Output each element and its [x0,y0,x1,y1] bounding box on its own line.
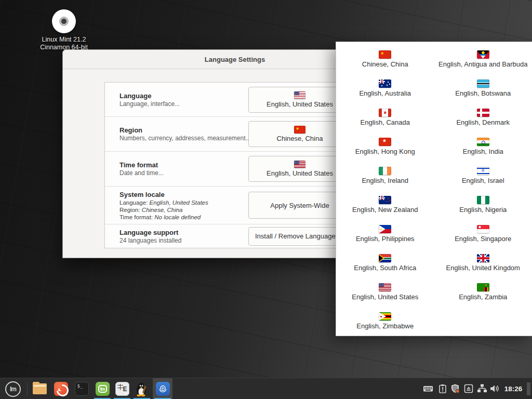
sg-flag-icon [477,225,489,233]
language-option-label: English, Israel [462,177,504,184]
window-button-mint-app[interactable]: lm [92,378,112,399]
cn-flag-icon [294,126,305,134]
gb-flag-icon [477,254,489,262]
time-format-select-label: English, United States [267,169,333,177]
language-option-label: English, Antigua and Barbuda [438,60,527,68]
volume-icon[interactable] [489,383,500,394]
language-option-label: English, India [463,148,503,155]
ph-flag-icon [379,225,391,233]
network-icon[interactable] [477,383,487,394]
za-flag-icon [379,254,391,262]
language-option[interactable]: English, India [434,132,532,161]
language-option[interactable]: English, Zambia [434,277,532,307]
show-desktop-button[interactable] [527,382,530,395]
zw-flag-icon [379,312,391,321]
desktop-shortcut-linux-mint[interactable]: Linux Mint 21.2 Cinnamon 64-bit [39,9,89,51]
folder-icon [33,383,47,394]
language-option-label: English, Singapore [455,235,511,243]
bw-flag-icon [477,79,489,88]
system-locale-region: Region: Chinese, China [119,206,208,214]
row-time-format-subtitle: Date and time... [119,169,164,177]
row-time-format: Time format Date and time... English, Un… [105,152,366,187]
language-option-label: English, Nigeria [459,206,507,214]
language-option-label: English, United States [352,293,418,301]
row-system-locale-title: System locale [119,190,208,199]
us-flag-icon [379,283,391,291]
language-option[interactable]: English, Nigeria [434,190,532,219]
files-launcher[interactable] [30,378,49,399]
row-language-support-title: Language support [119,228,181,237]
in-flag-icon [477,138,489,146]
dk-flag-icon [477,109,489,117]
language-option[interactable]: English, United States [336,277,434,307]
window-button-language-settings[interactable] [153,378,172,399]
language-picker-popup: Chinese, China English, Antigua and Barb… [336,42,532,336]
language-option[interactable]: English, Botswana [434,74,532,103]
language-option[interactable]: English, Antigua and Barbuda [434,45,532,74]
language-option[interactable]: English, Ireland [336,161,434,190]
row-language-title: Language [119,91,180,100]
mint-logo-icon: lm [96,382,110,396]
row-region-title: Region [119,126,251,135]
mint-menu-button[interactable]: lm [2,378,24,399]
shortcut-label-line1: Linux Mint 21.2 [39,36,89,44]
language-option-label: English, Australia [359,89,411,97]
row-language-subtitle: Language, interface... [119,100,180,108]
language-option[interactable]: English, New Zealand [336,190,434,219]
input-method-icon: E [115,382,129,396]
mint-menu-icon: lm [5,381,21,397]
eject-icon[interactable] [463,383,474,394]
language-option[interactable]: English, Denmark [434,103,532,132]
language-option-label: English, United Kingdom [446,264,520,272]
clipboard-alert-icon[interactable] [437,383,448,394]
system-locale-time-format: Time format: No locale defined [119,214,208,221]
language-option-label: English, Zambia [459,293,507,301]
ag-flag-icon [477,50,489,59]
language-option-label: English, Hong Kong [355,148,415,155]
taskbar-clock[interactable]: 18:26 [502,378,525,399]
firefox-icon [54,382,68,396]
terminal-icon: $_ [75,382,89,396]
language-option-label: English, South Africa [354,264,416,272]
disc-icon [52,9,76,33]
row-time-format-title: Time format [119,161,164,169]
language-option-label: English, New Zealand [352,206,418,214]
language-option[interactable]: Chinese, China [336,45,434,74]
language-option[interactable]: English, Hong Kong [336,132,434,161]
language-option[interactable]: English, Israel [434,161,532,190]
row-language-support: Language support 24 languages installed … [105,224,366,248]
terminal-launcher[interactable]: $_ [72,378,91,399]
language-option-label: Chinese, China [362,60,408,68]
language-option[interactable]: English, Zimbabwe [336,307,434,336]
row-language: Language Language, interface... English,… [105,83,366,117]
penguin-icon [135,382,149,396]
region-select-label: Chinese, China [277,135,323,142]
un-flag-icon [156,382,170,396]
language-option[interactable]: English, Philippines [336,219,434,248]
ng-flag-icon [477,196,489,204]
au-flag-icon [379,79,391,88]
taskbar-separator [27,382,28,395]
language-option-label: English, Ireland [362,177,408,184]
shield-update-icon[interactable] [450,383,460,394]
window-title: Language Settings [205,56,265,63]
us-flag-icon [294,161,305,168]
language-option[interactable]: English, Australia [336,74,434,103]
keyboard-icon[interactable] [423,383,433,394]
language-option[interactable]: English, Canada [336,103,434,132]
language-option-label: English, Zimbabwe [356,322,414,330]
row-region-subtitle: Numbers, currency, addresses, measuremen… [119,135,251,142]
nz-flag-icon [379,196,391,204]
language-option[interactable]: English, South Africa [336,248,434,277]
window-button-tux-app[interactable] [132,378,152,399]
language-option[interactable]: English, United Kingdom [434,248,532,277]
language-option[interactable]: English, Singapore [434,219,532,248]
language-option-label: English, Denmark [456,118,510,126]
window-button-input-method[interactable]: E [112,378,132,399]
row-region: Region Numbers, currency, addresses, mea… [105,117,366,152]
firefox-launcher[interactable] [51,378,70,399]
system-locale-language: Language: English, United States [119,199,208,206]
language-option-label: English, Philippines [356,235,415,243]
ie-flag-icon [379,167,391,175]
language-select-label: English, United States [267,100,333,108]
